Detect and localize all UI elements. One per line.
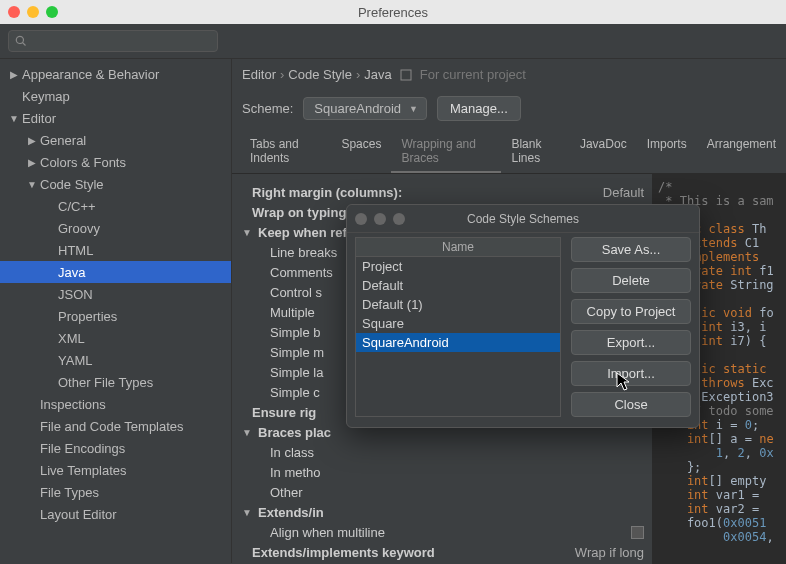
manage-button[interactable]: Manage... xyxy=(437,96,521,121)
sidebar-item-label: XML xyxy=(58,331,85,346)
tab-javadoc[interactable]: JavaDoc xyxy=(570,131,637,173)
scheme-list-header: Name xyxy=(356,238,560,257)
breadcrumb-editor[interactable]: Editor xyxy=(242,67,276,82)
option-label: Other xyxy=(270,485,652,500)
chevron-down-icon[interactable]: ▼ xyxy=(242,427,252,438)
chevron-right-icon: ▶ xyxy=(24,135,40,146)
sidebar-item-label: YAML xyxy=(58,353,92,368)
search-input[interactable] xyxy=(33,34,211,48)
project-scope-icon xyxy=(400,69,412,81)
search-row xyxy=(0,24,786,59)
sidebar-item-label: File and Code Templates xyxy=(40,419,184,434)
code-style-schemes-dialog: Code Style Schemes Name ProjectDefaultDe… xyxy=(346,204,700,428)
option-label: In class xyxy=(270,445,652,460)
scheme-list-item[interactable]: Default (1) xyxy=(356,295,560,314)
search-box[interactable] xyxy=(8,30,218,52)
search-icon xyxy=(15,35,27,47)
breadcrumb-java: Java xyxy=(364,67,391,82)
scheme-list[interactable]: Name ProjectDefaultDefault (1)SquareSqua… xyxy=(355,237,561,417)
sidebar-item-label: Appearance & Behavior xyxy=(22,67,159,82)
breadcrumb-scope: For current project xyxy=(420,67,526,82)
sidebar-item-label: Other File Types xyxy=(58,375,153,390)
chevron-down-icon[interactable]: ▼ xyxy=(242,507,252,518)
tab-wrapping-and-braces[interactable]: Wrapping and Braces xyxy=(391,131,501,173)
option-label: Extends/implements keyword xyxy=(252,545,575,560)
sidebar-item-appearance-behavior[interactable]: ▶Appearance & Behavior xyxy=(0,63,231,85)
sidebar-item-keymap[interactable]: Keymap xyxy=(0,85,231,107)
window-titlebar: Preferences xyxy=(0,0,786,24)
tab-tabs-and-indents[interactable]: Tabs and Indents xyxy=(240,131,331,173)
dialog-title: Code Style Schemes xyxy=(347,212,699,226)
option-label: Align when multiline xyxy=(270,525,631,540)
option-checkbox[interactable] xyxy=(631,526,644,539)
sidebar-item-html[interactable]: HTML xyxy=(0,239,231,261)
save-as-button[interactable]: Save As... xyxy=(571,237,691,262)
tab-blank-lines[interactable]: Blank Lines xyxy=(501,131,569,173)
breadcrumb-codestyle[interactable]: Code Style xyxy=(288,67,352,82)
chevron-right-icon: › xyxy=(356,67,360,82)
sidebar-item-file-encodings[interactable]: File Encodings xyxy=(0,437,231,459)
sidebar-item-label: Layout Editor xyxy=(40,507,117,522)
chevron-down-icon[interactable]: ▼ xyxy=(242,227,252,238)
scheme-list-item[interactable]: SquareAndroid xyxy=(356,333,560,352)
sidebar-item-label: HTML xyxy=(58,243,93,258)
option-group-label: Extends/in xyxy=(258,505,652,520)
tab-spaces[interactable]: Spaces xyxy=(331,131,391,173)
window-title: Preferences xyxy=(0,5,786,20)
sidebar-item-label: Groovy xyxy=(58,221,100,236)
sidebar-item-colors-fonts[interactable]: ▶Colors & Fonts xyxy=(0,151,231,173)
sidebar-item-groovy[interactable]: Groovy xyxy=(0,217,231,239)
option-value[interactable]: Default xyxy=(603,185,644,200)
delete-button[interactable]: Delete xyxy=(571,268,691,293)
sidebar-item-xml[interactable]: XML xyxy=(0,327,231,349)
sidebar-item-code-style[interactable]: ▼Code Style xyxy=(0,173,231,195)
sidebar-item-inspections[interactable]: Inspections xyxy=(0,393,231,415)
sidebar-item-yaml[interactable]: YAML xyxy=(0,349,231,371)
svg-rect-0 xyxy=(401,70,411,80)
sidebar-item-label: Properties xyxy=(58,309,117,324)
sidebar-item-label: C/C++ xyxy=(58,199,96,214)
sidebar-item-editor[interactable]: ▼Editor xyxy=(0,107,231,129)
tab-arrangement[interactable]: Arrangement xyxy=(697,131,786,173)
tab-imports[interactable]: Imports xyxy=(637,131,697,173)
sidebar-item-file-types[interactable]: File Types xyxy=(0,481,231,503)
chevron-right-icon: ▶ xyxy=(24,157,40,168)
scheme-list-item[interactable]: Project xyxy=(356,257,560,276)
sidebar-item-label: File Encodings xyxy=(40,441,125,456)
option-value[interactable]: Wrap if long xyxy=(575,545,644,560)
scheme-label: Scheme: xyxy=(242,101,293,116)
sidebar-item-label: JSON xyxy=(58,287,93,302)
settings-tree[interactable]: ▶Appearance & BehaviorKeymap▼Editor▶Gene… xyxy=(0,59,232,563)
close-button[interactable]: Close xyxy=(571,392,691,417)
export-button[interactable]: Export... xyxy=(571,330,691,355)
sidebar-item-live-templates[interactable]: Live Templates xyxy=(0,459,231,481)
sidebar-item-label: Live Templates xyxy=(40,463,126,478)
copy-to-project-button[interactable]: Copy to Project xyxy=(571,299,691,324)
chevron-right-icon: ▶ xyxy=(6,69,22,80)
scheme-dropdown[interactable]: SquareAndroid ▼ xyxy=(303,97,427,120)
sidebar-item-label: Code Style xyxy=(40,177,104,192)
sidebar-item-json[interactable]: JSON xyxy=(0,283,231,305)
sidebar-item-label: Keymap xyxy=(22,89,70,104)
scheme-list-item[interactable]: Default xyxy=(356,276,560,295)
sidebar-item-file-and-code-templates[interactable]: File and Code Templates xyxy=(0,415,231,437)
sidebar-item-label: Editor xyxy=(22,111,56,126)
scheme-row: Scheme: SquareAndroid ▼ Manage... xyxy=(232,82,786,131)
sidebar-item-general[interactable]: ▶General xyxy=(0,129,231,151)
chevron-right-icon: › xyxy=(280,67,284,82)
sidebar-item-properties[interactable]: Properties xyxy=(0,305,231,327)
sidebar-item-java[interactable]: Java xyxy=(0,261,231,283)
chevron-down-icon: ▼ xyxy=(6,113,22,124)
sidebar-item-other-file-types[interactable]: Other File Types xyxy=(0,371,231,393)
chevron-down-icon: ▼ xyxy=(24,179,40,190)
scheme-list-item[interactable]: Square xyxy=(356,314,560,333)
sidebar-item-c-c-[interactable]: C/C++ xyxy=(0,195,231,217)
codestyle-tabs: Tabs and IndentsSpacesWrapping and Brace… xyxy=(232,131,786,174)
sidebar-item-label: File Types xyxy=(40,485,99,500)
sidebar-item-label: General xyxy=(40,133,86,148)
option-label: In metho xyxy=(270,465,652,480)
sidebar-item-layout-editor[interactable]: Layout Editor xyxy=(0,503,231,525)
sidebar-item-label: Java xyxy=(58,265,85,280)
import-button[interactable]: Import... xyxy=(571,361,691,386)
sidebar-item-label: Colors & Fonts xyxy=(40,155,126,170)
